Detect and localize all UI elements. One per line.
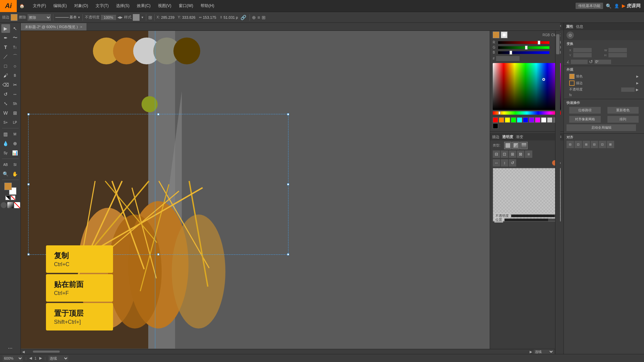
swatch-orange[interactable] bbox=[499, 117, 504, 123]
align-distribute-btn[interactable]: ≡ bbox=[525, 150, 532, 158]
scissors-tool[interactable]: ✂ bbox=[11, 80, 19, 89]
swatch-green[interactable] bbox=[511, 117, 516, 123]
hand-tool[interactable]: ✋ bbox=[11, 170, 19, 178]
align-bottom-edge[interactable]: ⊠ bbox=[607, 141, 614, 148]
b-slider-track[interactable] bbox=[498, 51, 549, 54]
none-mode-button[interactable] bbox=[14, 202, 20, 208]
fill-chevron[interactable]: ▶ bbox=[636, 75, 639, 78]
blend-tool[interactable]: ⊕ bbox=[11, 139, 19, 148]
pixel-align-btn[interactable]: 对齐像素网格 bbox=[569, 116, 601, 123]
align-right-edge[interactable]: ⊞ bbox=[583, 141, 590, 148]
pathfinder-icon[interactable]: ⊞ bbox=[262, 15, 266, 20]
align-left-edge[interactable]: ⊟ bbox=[567, 141, 574, 148]
prop-icon-1[interactable]: ⊙ bbox=[567, 32, 574, 39]
swatch-white[interactable] bbox=[541, 117, 546, 123]
g-slider-track[interactable] bbox=[498, 46, 549, 49]
free-transform-tool[interactable]: ⊞ bbox=[11, 109, 19, 117]
swatch-cyan[interactable] bbox=[517, 117, 522, 123]
align-center-btn[interactable]: ⊡ bbox=[501, 150, 508, 158]
close-tab-button[interactable]: ✕ bbox=[80, 25, 83, 29]
transparency-tab1[interactable]: 描边 bbox=[492, 134, 499, 139]
fill-color-swatch[interactable] bbox=[11, 14, 17, 21]
align-left-btn[interactable]: ⊟ bbox=[493, 150, 500, 158]
pen-tool[interactable]: ✒ bbox=[1, 34, 10, 42]
stroke-chevron[interactable]: ▶ bbox=[636, 81, 639, 85]
stroke-chevron[interactable]: ▼ bbox=[77, 16, 80, 19]
v-scroll-thumb[interactable] bbox=[556, 34, 559, 54]
tf-x-input[interactable]: 285.239 bbox=[573, 48, 592, 52]
angle-input2[interactable] bbox=[594, 60, 611, 64]
fill-color-box[interactable] bbox=[569, 74, 575, 79]
more-tools-button[interactable]: ··· bbox=[6, 344, 15, 353]
scroll-right-arrow[interactable]: ▶ bbox=[530, 350, 532, 354]
artboard-tool[interactable]: AB bbox=[1, 160, 10, 169]
shape-builder-tool[interactable]: S+ bbox=[1, 118, 10, 127]
r-slider-thumb[interactable] bbox=[538, 41, 540, 45]
menu-view[interactable]: 视图(V) bbox=[155, 2, 175, 10]
properties-panel-header[interactable]: 属性 信息 bbox=[564, 23, 644, 30]
mode-dropdown[interactable]: 擦除 bbox=[28, 14, 51, 21]
arc-tool[interactable]: ⌒ bbox=[11, 52, 19, 61]
menu-edit[interactable]: 编辑(E) bbox=[50, 2, 70, 10]
h-scroll-thumb[interactable] bbox=[33, 351, 60, 353]
color-spectrum[interactable] bbox=[493, 63, 561, 110]
menu-file[interactable]: 文件(F) bbox=[30, 2, 49, 10]
swatch-magenta[interactable] bbox=[535, 117, 540, 123]
style-swatch[interactable] bbox=[133, 14, 140, 21]
align-icon[interactable]: ≡ bbox=[257, 15, 260, 20]
preview-opacity-track[interactable] bbox=[511, 215, 559, 217]
copy-menu-item[interactable]: 复制 Ctrl+C bbox=[46, 245, 113, 273]
swatch-yellow[interactable] bbox=[505, 117, 510, 123]
menu-window[interactable]: 窗口(W) bbox=[175, 2, 197, 10]
touch-type-tool[interactable]: T↕ bbox=[11, 43, 19, 52]
workspace-mode[interactable]: 传统基本功能 bbox=[576, 3, 603, 9]
zoom-tool[interactable]: 🔍 bbox=[1, 170, 10, 178]
align-top-edge[interactable]: ⊟ bbox=[591, 141, 598, 148]
tf-h-input[interactable]: 51.031 p bbox=[608, 53, 627, 57]
menu-object[interactable]: 对象(O) bbox=[71, 2, 91, 10]
blend-mode-3[interactable] bbox=[520, 142, 528, 149]
view-mode-select[interactable]: 连续 bbox=[48, 355, 68, 361]
color-mode-button[interactable] bbox=[1, 202, 7, 208]
home-button[interactable]: 🏠 bbox=[17, 0, 27, 12]
hue-bar[interactable] bbox=[493, 111, 561, 115]
warp-tool[interactable]: W bbox=[1, 109, 10, 117]
blend-mode-2[interactable] bbox=[512, 142, 520, 149]
angle-input[interactable]: 0° bbox=[571, 60, 588, 64]
gradient-mode-button[interactable] bbox=[7, 202, 13, 208]
fill-swatch[interactable] bbox=[4, 183, 12, 190]
align-bottom-btn[interactable]: ⊠ bbox=[517, 150, 524, 158]
vertical-scrollbar[interactable] bbox=[555, 31, 560, 354]
line-tool[interactable]: ／ bbox=[1, 52, 10, 61]
paste-front-menu-item[interactable]: 贴在前面 Ctrl+F bbox=[46, 274, 113, 302]
menu-effect[interactable]: 效果(C) bbox=[133, 2, 154, 10]
transform-icon[interactable]: ⊕ bbox=[252, 15, 256, 20]
bring-to-front-menu-item[interactable]: 置于顶层 Shift+Ctrl+] bbox=[46, 303, 113, 330]
rect-tool[interactable]: □ bbox=[1, 62, 10, 70]
align-h-center[interactable]: ⊡ bbox=[575, 141, 582, 148]
scroll-left-arrow[interactable]: ◀ bbox=[22, 350, 25, 354]
direct-selection-tool[interactable]: ↖ bbox=[11, 24, 19, 33]
hex-input[interactable]: CC8C3F bbox=[496, 56, 520, 61]
column-graph-tool[interactable]: 📊 bbox=[11, 148, 19, 157]
flip-v-btn[interactable]: ↕ bbox=[501, 159, 508, 167]
reflect-tool[interactable]: ↔ bbox=[11, 90, 19, 99]
swatch-blue[interactable] bbox=[523, 117, 528, 123]
color-fill-swatch[interactable] bbox=[493, 32, 499, 38]
page-nav-prev[interactable]: ◀ bbox=[29, 356, 32, 360]
transparency-panel-header[interactable]: 描边 透明度 渐变 ≡ bbox=[490, 133, 564, 140]
g-slider-thumb[interactable] bbox=[525, 46, 528, 50]
blend-mode-1[interactable] bbox=[504, 142, 512, 149]
offset-path-btn[interactable]: 位移路径 bbox=[569, 107, 601, 114]
rotate-tool[interactable]: ↺ bbox=[1, 90, 10, 99]
tf-w-input[interactable]: 333.826 bbox=[608, 48, 627, 52]
b-slider-thumb[interactable] bbox=[509, 51, 512, 55]
text-tool[interactable]: T bbox=[1, 43, 10, 52]
style-chevron[interactable]: ▼ bbox=[141, 16, 144, 19]
link-icon[interactable]: 🔗 bbox=[240, 15, 246, 20]
document-tab[interactable]: 未标题-2* @ 600% ( RGB/预览 ) ✕ bbox=[21, 23, 87, 31]
scale-tool[interactable]: ⤡ bbox=[1, 99, 10, 108]
r-slider-track[interactable] bbox=[498, 41, 549, 44]
arrange-btn[interactable]: 排列 bbox=[607, 116, 639, 123]
curvature-tool[interactable]: 〜 bbox=[11, 34, 19, 42]
